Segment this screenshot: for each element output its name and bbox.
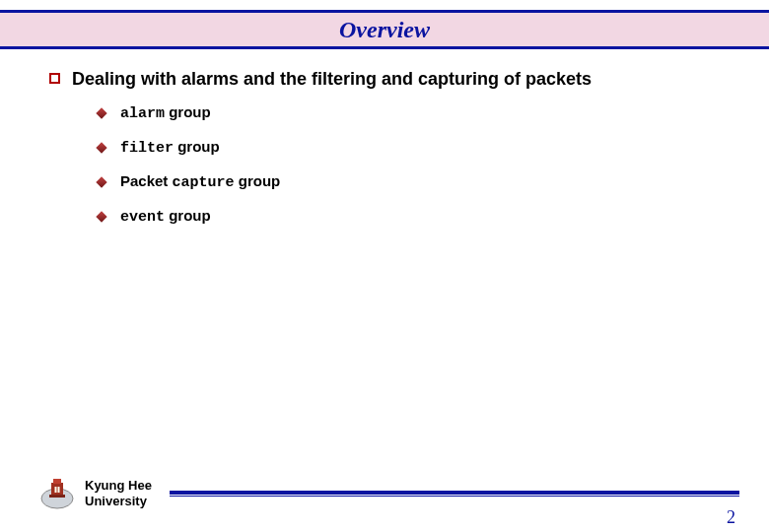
university-name: Kyung Hee University bbox=[85, 478, 152, 508]
university-logo-icon bbox=[39, 477, 75, 510]
sub-bullet-text: Packet capture group bbox=[120, 172, 280, 191]
square-bullet-icon bbox=[49, 73, 60, 84]
sub-bullet-list: alarm group filter group Packet capture … bbox=[97, 103, 739, 226]
footer-divider bbox=[170, 491, 739, 497]
list-item: Packet capture group bbox=[97, 172, 739, 191]
diamond-bullet-icon bbox=[97, 108, 106, 118]
diamond-bullet-icon bbox=[97, 177, 106, 187]
svg-rect-1 bbox=[51, 483, 63, 497]
list-item: event group bbox=[97, 207, 739, 226]
university-line2: University bbox=[85, 494, 152, 509]
sub-bullet-text: event group bbox=[120, 207, 211, 226]
content-area: Dealing with alarms and the filtering an… bbox=[49, 69, 739, 241]
svg-rect-2 bbox=[49, 495, 65, 498]
university-line1: Kyung Hee bbox=[85, 478, 152, 494]
list-item: filter group bbox=[97, 138, 739, 157]
diamond-bullet-icon bbox=[97, 143, 106, 153]
svg-rect-3 bbox=[53, 479, 61, 484]
main-bullet-text: Dealing with alarms and the filtering an… bbox=[72, 69, 592, 90]
list-item: alarm group bbox=[97, 103, 739, 122]
footer: Kyung Hee University bbox=[39, 471, 739, 516]
sub-bullet-text: alarm group bbox=[120, 103, 211, 122]
svg-rect-5 bbox=[58, 487, 60, 493]
diamond-bullet-icon bbox=[97, 212, 106, 222]
svg-rect-4 bbox=[55, 487, 57, 493]
page-number: 2 bbox=[727, 507, 735, 528]
sub-bullet-text: filter group bbox=[120, 138, 220, 157]
title-bar: Overview bbox=[0, 10, 769, 49]
slide-title: Overview bbox=[339, 17, 430, 43]
main-bullet: Dealing with alarms and the filtering an… bbox=[49, 69, 739, 90]
